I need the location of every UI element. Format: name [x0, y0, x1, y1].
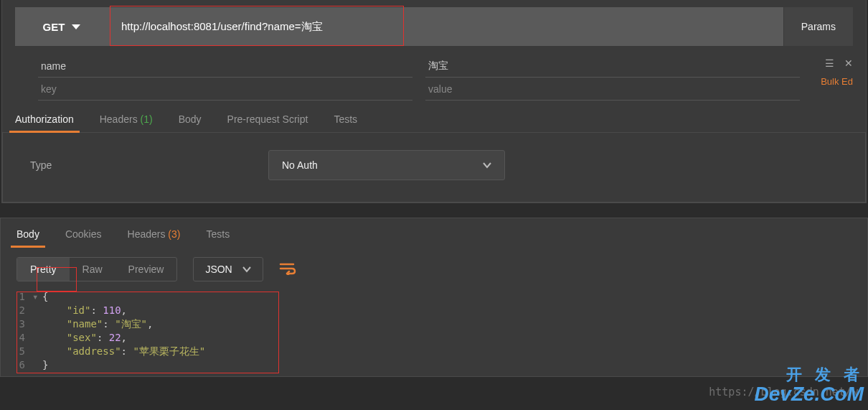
auth-type-select[interactable]: No Auth: [268, 150, 505, 180]
wrap-lines-icon[interactable]: [279, 262, 296, 277]
view-mode-preview[interactable]: Preview: [115, 258, 177, 281]
chevron-down-icon: [242, 265, 251, 274]
resp-tab-headers[interactable]: Headers (3): [128, 228, 181, 247]
tab-headers[interactable]: Headers (1): [100, 113, 153, 132]
view-mode-group: Pretty Raw Preview: [16, 257, 177, 281]
http-method-select[interactable]: GET: [15, 7, 108, 46]
bulk-edit-link[interactable]: Bulk Ed: [821, 76, 853, 87]
tab-authorization[interactable]: Authorization: [15, 113, 74, 132]
tab-tests[interactable]: Tests: [334, 113, 357, 132]
resp-tab-cookies[interactable]: Cookies: [65, 228, 102, 247]
params-button[interactable]: Params: [783, 7, 853, 46]
param-value-input[interactable]: value: [425, 78, 800, 101]
chevron-down-icon: [483, 161, 491, 169]
close-icon[interactable]: ✕: [844, 57, 853, 69]
param-key-input[interactable]: key: [38, 78, 412, 101]
drag-handle-icon[interactable]: ☰: [825, 57, 834, 69]
param-key-cell[interactable]: name: [38, 55, 412, 78]
url-input[interactable]: [108, 7, 783, 46]
auth-type-label: Type: [16, 159, 268, 171]
resp-tab-body[interactable]: Body: [16, 228, 39, 247]
http-method-label: GET: [43, 21, 65, 33]
view-mode-raw[interactable]: Raw: [70, 258, 115, 281]
resp-tab-tests[interactable]: Tests: [206, 228, 230, 247]
chevron-down-icon: [72, 24, 80, 29]
response-body[interactable]: 1▾{ 2 "id": 110, 3 "name": "淘宝", 4 "sex"…: [1, 286, 867, 376]
response-format-select[interactable]: JSON: [193, 257, 263, 281]
param-value-cell[interactable]: 淘宝: [425, 55, 800, 78]
tab-body[interactable]: Body: [179, 113, 202, 132]
tab-prerequest[interactable]: Pre-request Script: [227, 113, 308, 132]
view-mode-pretty[interactable]: Pretty: [17, 258, 70, 281]
watermark: https://blog.csdn.net/w: [709, 386, 858, 399]
